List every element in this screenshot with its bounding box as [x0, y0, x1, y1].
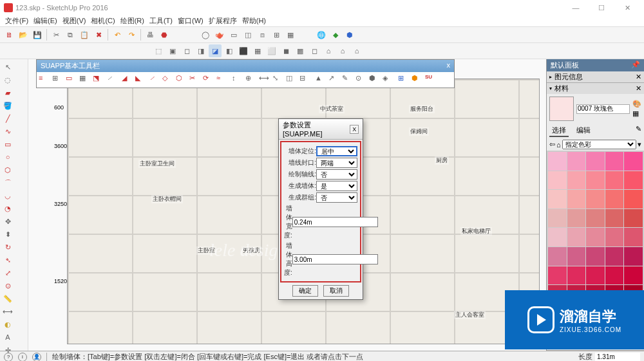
- color-swatch[interactable]: [605, 190, 624, 208]
- suapp-tool-icon[interactable]: ⬢: [369, 74, 381, 86]
- suapp-tool-icon[interactable]: ⤡: [272, 74, 284, 86]
- rectangle-icon[interactable]: ▭: [2, 138, 14, 150]
- color-swatch[interactable]: [624, 247, 643, 266]
- cancel-button[interactable]: 取消: [323, 285, 349, 297]
- color-swatch[interactable]: [605, 171, 624, 190]
- gen-wall-select[interactable]: 是: [316, 181, 357, 191]
- iso-view-icon[interactable]: ⬚: [152, 44, 165, 57]
- house3-icon[interactable]: ⌂: [350, 44, 363, 57]
- suapp-tool-icon[interactable]: ◇: [162, 74, 174, 86]
- suapp-tool-icon[interactable]: ⬢: [412, 74, 423, 86]
- back-view-icon[interactable]: ◪: [209, 44, 222, 57]
- wall-height-input[interactable]: [292, 254, 378, 264]
- top-view-icon[interactable]: ▣: [166, 44, 179, 57]
- texture-icon[interactable]: ▩: [294, 44, 307, 57]
- suapp-tool-icon[interactable]: ▭: [66, 74, 77, 86]
- wall-position-select[interactable]: 居中: [316, 146, 357, 156]
- suapp-close-icon[interactable]: x: [447, 61, 451, 71]
- menu-extensions[interactable]: 扩展程序: [206, 16, 240, 26]
- color-swatch[interactable]: [624, 190, 643, 208]
- suapp-tool-icon[interactable]: ⟷: [259, 74, 270, 86]
- suapp-tool-icon[interactable]: ⬡: [176, 74, 187, 86]
- color-swatch[interactable]: [548, 266, 567, 285]
- model-info-icon[interactable]: ⬣: [158, 28, 171, 41]
- menu-view[interactable]: 视图(V): [60, 16, 89, 26]
- shaded-icon[interactable]: ◼: [279, 44, 292, 57]
- suapp-tool-icon[interactable]: ◢: [122, 74, 133, 86]
- delete-icon[interactable]: ✖: [92, 28, 105, 41]
- warehouse-icon[interactable]: ⬢: [343, 28, 356, 41]
- suapp-tool-icon[interactable]: ✂: [189, 74, 201, 86]
- select-tool-icon[interactable]: ↖: [2, 61, 14, 73]
- color-swatch[interactable]: [567, 247, 586, 266]
- suapp-tool-icon[interactable]: ⊞: [52, 74, 64, 86]
- print-icon[interactable]: 🖶: [144, 28, 156, 41]
- globe-icon[interactable]: 🌐: [315, 28, 328, 41]
- tab-edit[interactable]: 编辑: [574, 125, 593, 137]
- menu-window[interactable]: 窗口(W): [175, 16, 206, 26]
- home-icon[interactable]: ⌂: [556, 141, 561, 149]
- suapp-tool-icon[interactable]: ◫: [286, 74, 298, 86]
- color-swatch[interactable]: [624, 152, 643, 171]
- circle-tool-icon[interactable]: ◯: [199, 28, 212, 41]
- suapp-tool-icon[interactable]: ✎: [342, 74, 354, 86]
- menu-help[interactable]: 帮助(H): [240, 16, 269, 26]
- color-swatch[interactable]: [586, 228, 605, 246]
- lasso-icon[interactable]: ◌: [2, 74, 14, 86]
- color-swatch[interactable]: [548, 209, 567, 228]
- suapp-toolbar[interactable]: SUAPP基本工具栏 x ≡ ⊞ ▭ ▦ ⬔ ⟋ ◢ ◣ ⟋ ◇ ⬡ ✂ ⟳ ≈…: [36, 59, 455, 88]
- create-material-icon[interactable]: 🎨: [632, 100, 641, 108]
- color-swatch[interactable]: [567, 266, 586, 285]
- dialog-close-icon[interactable]: X: [350, 125, 359, 134]
- menu-icon[interactable]: ▾: [638, 140, 641, 149]
- wall-cap-select[interactable]: 两端: [316, 158, 357, 168]
- render-settings-icon[interactable]: ⊞: [270, 28, 283, 41]
- undo-icon[interactable]: ↶: [111, 28, 124, 41]
- suapp-tool-icon[interactable]: ⟳: [203, 74, 214, 86]
- redo-icon[interactable]: ↷: [125, 28, 138, 41]
- paste-icon[interactable]: 📋: [78, 28, 91, 41]
- eraser-icon[interactable]: ▰: [2, 87, 14, 98]
- suapp-tool-icon[interactable]: ⊟: [299, 74, 311, 86]
- suapp-tool-icon[interactable]: ⊞: [398, 74, 410, 86]
- extension-icon[interactable]: ◆: [329, 28, 342, 41]
- suapp-tool-icon[interactable]: ◣: [135, 74, 147, 86]
- house-icon[interactable]: ⌂: [322, 44, 335, 57]
- suapp-tool-icon[interactable]: ▲: [315, 74, 327, 86]
- maximize-button[interactable]: ☐: [589, 0, 614, 15]
- suapp-tool-icon[interactable]: ◈: [383, 74, 394, 86]
- menu-tools[interactable]: 工具(T): [147, 16, 175, 26]
- color-swatch[interactable]: [567, 228, 586, 246]
- line-tool-icon[interactable]: ╱: [2, 113, 14, 124]
- gen-group-select[interactable]: 否: [316, 192, 357, 203]
- new-file-icon[interactable]: 🗎: [3, 28, 15, 41]
- polygon-icon[interactable]: ⬡: [2, 164, 14, 176]
- menu-file[interactable]: 文件(F): [3, 16, 31, 26]
- suapp-tool-icon[interactable]: ⟋: [149, 74, 160, 86]
- status-icon-2[interactable]: i: [18, 353, 27, 362]
- section-header-info[interactable]: 图元信息✕: [547, 71, 644, 82]
- ok-button[interactable]: 确定: [292, 285, 318, 297]
- color-swatch[interactable]: [586, 266, 605, 285]
- menu-edit[interactable]: 编辑(E): [31, 16, 60, 26]
- move-icon[interactable]: ✥: [2, 216, 14, 227]
- status-icon-3[interactable]: 👤: [32, 353, 41, 362]
- color-swatch[interactable]: [586, 209, 605, 228]
- suapp-tool-icon[interactable]: ⊙: [355, 74, 367, 86]
- paint-bucket-icon[interactable]: 🪣: [2, 100, 14, 111]
- color-swatch[interactable]: [605, 266, 624, 285]
- copy-icon[interactable]: ⧉: [64, 28, 77, 41]
- back-icon[interactable]: ⇦: [549, 140, 555, 149]
- right-view-icon[interactable]: ◨: [194, 44, 207, 57]
- pie-icon[interactable]: ◔: [2, 203, 14, 214]
- monochrome-icon[interactable]: ◻: [308, 44, 321, 57]
- color-swatch[interactable]: [567, 190, 586, 208]
- suapp-tool-icon[interactable]: ⬔: [93, 74, 104, 86]
- render-last-icon[interactable]: ⧈: [256, 28, 269, 41]
- rotate-icon[interactable]: ↻: [2, 241, 14, 253]
- section-header-materials[interactable]: 材料✕: [547, 83, 644, 94]
- color-swatch[interactable]: [624, 228, 643, 246]
- color-swatch[interactable]: [548, 228, 567, 246]
- scale-icon[interactable]: ⤢: [2, 267, 14, 279]
- suapp-header[interactable]: SUAPP基本工具栏 x: [37, 60, 454, 72]
